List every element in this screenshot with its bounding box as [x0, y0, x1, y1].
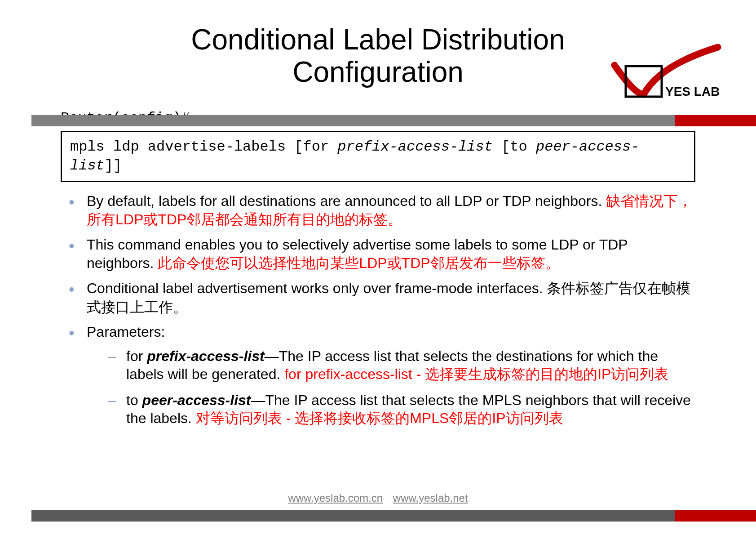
- logo-text: YES LAB: [665, 85, 720, 98]
- param-list: for prefix-access-list—The IP access lis…: [87, 347, 695, 427]
- param-1-zh: for prefix-access-list - 选择要生成标签的目的地的IP访…: [284, 366, 668, 382]
- yeslab-logo: YES LAB: [601, 43, 725, 101]
- cmd-arg1: prefix-access-list: [337, 138, 493, 155]
- slide: Conditional Label Distribution Configura…: [0, 0, 756, 535]
- param-2: to peer-access-list—The IP access list t…: [108, 391, 695, 427]
- bullet-1: By default, labels for all destinations …: [69, 192, 695, 229]
- bullet-3: Conditional label advertisement works on…: [69, 279, 695, 317]
- param-1: for prefix-access-list—The IP access lis…: [108, 347, 695, 383]
- param-2-name: peer-access-list: [142, 392, 251, 408]
- param-1-for: for: [126, 348, 147, 364]
- cmd-suffix: ]]: [105, 157, 122, 174]
- header-bar-gray: [31, 115, 675, 126]
- bullet-2-zh: 此命令使您可以选择性地向某些LDP或TDP邻居发布一些标签。: [158, 255, 559, 271]
- header-bar: [31, 115, 756, 126]
- param-2-zh: 对等访问列表 - 选择将接收标签的MPLS邻居的IP访问列表: [196, 410, 563, 426]
- param-2-to: to: [126, 392, 142, 408]
- footer-link-1[interactable]: www.yeslab.com.cn: [288, 492, 383, 504]
- footer-bar-gray: [31, 510, 675, 522]
- footer-links: www.yeslab.com.cn www.yeslab.net: [0, 492, 756, 504]
- cmd-prefix: mpls ldp advertise-labels [for: [70, 138, 337, 155]
- footer-bar: [31, 510, 756, 522]
- content-area: Router(config)# mpls ldp advertise-label…: [0, 96, 756, 427]
- bullet-1-en: By default, labels for all destinations …: [87, 193, 606, 209]
- param-1-name: prefix-access-list: [147, 348, 264, 364]
- footer-bar-red: [675, 510, 756, 522]
- bullet-list: By default, labels for all destinations …: [61, 192, 695, 427]
- logo-svg: YES LAB: [601, 43, 725, 101]
- bullet-4: Parameters: for prefix-access-list—The I…: [69, 323, 695, 427]
- header-bar-red: [675, 115, 756, 126]
- cmd-mid: [to: [493, 138, 536, 155]
- command-box: mpls ldp advertise-labels [for prefix-ac…: [61, 131, 695, 182]
- footer-link-2[interactable]: www.yeslab.net: [393, 492, 468, 504]
- bullet-2: This command enables you to selectively …: [69, 236, 695, 273]
- bullet-4-text: Parameters:: [87, 324, 165, 340]
- bullet-3-en: Conditional label advertisement works on…: [87, 280, 547, 296]
